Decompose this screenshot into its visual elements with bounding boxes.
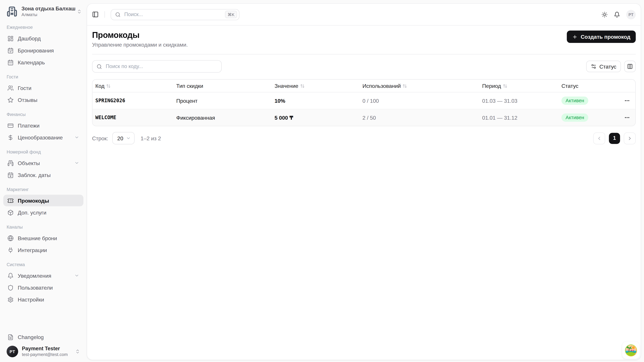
status-badge: Активен <box>562 96 588 105</box>
sidebar-item-integrations[interactable]: Интеграции <box>3 244 84 256</box>
calendar-x-icon <box>8 172 14 178</box>
chevron-left-icon <box>596 136 602 141</box>
section-label-rooms: Номерной фонд <box>3 149 84 155</box>
beach-widget[interactable] <box>622 342 640 359</box>
topbar: ⌘K PT <box>87 4 641 25</box>
topbar-divider <box>104 11 105 17</box>
create-promocode-button[interactable]: Создать промокод <box>567 30 636 43</box>
cell-code: WELCOME <box>92 115 173 120</box>
resort-building-icon <box>6 6 17 17</box>
column-header-code[interactable]: Код <box>92 83 173 89</box>
columns-view-button[interactable] <box>624 61 636 72</box>
global-search[interactable]: ⌘K <box>111 9 240 20</box>
chevron-right-icon <box>627 136 632 141</box>
sidebar: Зона отдыха Балхаш Алматы Ежедневное Даш… <box>0 0 87 362</box>
columns-icon <box>627 63 633 69</box>
sidebar-item-blocked-dates[interactable]: Заблок. даты <box>3 169 84 181</box>
row-menu-icon[interactable] <box>624 115 630 120</box>
search-icon <box>115 12 120 17</box>
section-label-finance: Финансы <box>3 112 84 117</box>
table-row[interactable]: WELCOME Фиксированная 5 000 ₸ 2 / 50 01.… <box>92 109 635 126</box>
package-icon <box>8 210 14 216</box>
sliders-icon <box>591 63 596 69</box>
next-page-button[interactable] <box>624 132 636 144</box>
sidebar-item-pricing[interactable]: Ценообразование <box>3 132 84 143</box>
sidebar-item-notifications[interactable]: Уведомления <box>3 270 84 282</box>
user-email: test-payment@test.com <box>22 352 71 357</box>
sidebar-item-changelog[interactable]: Changelog <box>3 331 84 343</box>
column-header-usage[interactable]: Использований <box>360 83 479 89</box>
workspace-switcher[interactable]: Зона отдыха Балхаш Алматы <box>0 0 87 19</box>
sun-icon[interactable] <box>602 11 608 17</box>
cell-usage: 0 / 100 <box>360 97 479 104</box>
bell-icon[interactable] <box>614 11 620 17</box>
section-label-system: Система <box>3 262 84 267</box>
page-title: Промокоды <box>92 30 188 40</box>
table-toolbar: Статус <box>92 60 636 72</box>
code-search[interactable] <box>92 60 222 72</box>
star-icon <box>8 97 14 103</box>
cell-value: 10% <box>272 97 360 104</box>
sidebar-item-payments[interactable]: Платежи <box>3 120 84 131</box>
cell-usage: 2 / 50 <box>360 114 479 121</box>
section-label-daily: Ежедневное <box>3 25 84 30</box>
column-header-value[interactable]: Значение <box>272 83 360 89</box>
table-row[interactable]: SPRING2026 Процент 10% 0 / 100 01.03 — 3… <box>92 92 635 109</box>
plus-icon <box>572 34 578 39</box>
table-header-row: Код Тип скидки Значение Использований <box>92 80 635 92</box>
status-badge: Активен <box>562 113 588 122</box>
globe-icon <box>8 235 14 241</box>
file-text-icon <box>8 334 14 340</box>
promocodes-table: Код Тип скидки Значение Использований <box>92 79 636 126</box>
sort-icon <box>300 83 304 88</box>
sidebar-item-extra-services[interactable]: Доп. услуги <box>3 207 84 218</box>
beach-island-icon <box>624 344 637 357</box>
cell-type: Процент <box>174 97 272 104</box>
column-header-status: Статус <box>558 83 615 89</box>
header-divider <box>92 54 636 54</box>
shield-icon <box>8 285 14 291</box>
main-area: ⌘K PT Промокоды Управление промокодами и… <box>87 0 644 362</box>
topbar-avatar[interactable]: PT <box>626 10 636 19</box>
sidebar-item-bookings[interactable]: Бронирования <box>3 45 84 56</box>
search-shortcut-badge: ⌘K <box>225 11 237 18</box>
ticket-icon <box>8 198 14 204</box>
code-search-input[interactable] <box>105 63 219 70</box>
user-avatar: PT <box>6 346 18 357</box>
sidebar-item-dashboard[interactable]: Дашборд <box>3 33 84 44</box>
sidebar-item-users[interactable]: Пользователи <box>3 282 84 294</box>
chevrons-up-down-icon <box>75 349 80 354</box>
page-number-button[interactable]: 1 <box>609 133 620 144</box>
bell-icon <box>8 273 14 279</box>
global-search-input[interactable] <box>124 11 222 17</box>
sidebar-item-external-bookings[interactable]: Внешние брони <box>3 232 84 244</box>
page-content: Промокоды Управление промокодами и скидк… <box>87 26 641 360</box>
rows-per-page-select[interactable]: 20 <box>112 132 134 144</box>
sidebar-item-promocodes[interactable]: Промокоды <box>3 195 84 206</box>
sidebar-item-properties[interactable]: Объекты <box>3 157 84 169</box>
prev-page-button[interactable] <box>593 132 605 144</box>
sidebar-item-reviews[interactable]: Отзывы <box>3 94 84 106</box>
sidebar-item-settings[interactable]: Настройки <box>3 294 84 306</box>
cell-type: Фиксированная <box>174 114 272 121</box>
calendar-check-icon <box>8 47 14 54</box>
user-menu[interactable]: PT Payment Tester test-payment@test.com <box>3 343 84 358</box>
sidebar-footer: Changelog PT Payment Tester test-payment… <box>0 331 87 362</box>
column-header-type: Тип скидки <box>174 83 272 89</box>
cell-value: 5 000 ₸ <box>272 114 360 121</box>
sidebar-item-calendar[interactable]: Календарь <box>3 57 84 68</box>
row-menu-icon[interactable] <box>624 98 630 103</box>
app-window: Зона отдыха Балхаш Алматы Ежедневное Даш… <box>0 0 644 362</box>
gear-icon <box>8 297 14 303</box>
building-icon <box>8 160 14 166</box>
section-label-marketing: Маркетинг <box>3 187 84 192</box>
sidebar-nav: Ежедневное Дашборд Бронирования Календар… <box>0 19 87 331</box>
sidebar-item-guests[interactable]: Гости <box>3 82 84 94</box>
sidebar-toggle-icon[interactable] <box>92 11 98 17</box>
chevron-down-icon <box>126 136 131 141</box>
dollar-icon <box>8 134 14 141</box>
workspace-name: Зона отдыха Балхаш <box>22 6 72 11</box>
status-filter-button[interactable]: Статус <box>586 61 621 72</box>
column-header-period[interactable]: Период <box>479 83 559 89</box>
sort-icon <box>402 83 407 88</box>
